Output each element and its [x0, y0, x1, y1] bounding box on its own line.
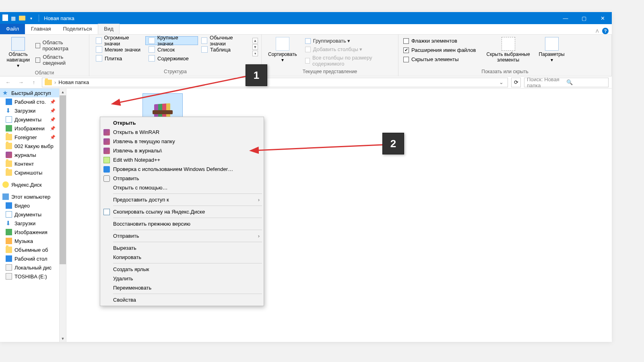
group-currentview-label: Текущее представление	[262, 68, 398, 76]
address-bar-row: ← → ↑ › Новая папка ⌄ ⟳ Поиск: Новая пап…	[0, 76, 612, 88]
context-menu: Открыть Открыть в WinRAR Извлечь в текущ…	[100, 117, 264, 306]
menu-copy[interactable]: Копировать	[101, 253, 263, 262]
nav-desktop[interactable]: Рабочий сто.📌	[0, 97, 66, 106]
refresh-button[interactable]: ⟳	[511, 78, 521, 87]
nav-toshiba[interactable]: TOSHIBA (E:)	[0, 272, 66, 281]
menu-send[interactable]: Отправить	[101, 174, 263, 183]
search-input[interactable]: Поиск: Новая папка 🔍	[524, 78, 609, 87]
collapse-ribbon-button[interactable]: ᐱ	[596, 29, 599, 34]
menu-create-shortcut[interactable]: Создать ярлык	[101, 265, 263, 274]
nav-this-pc[interactable]: Этот компьютер	[0, 192, 66, 201]
nav-journals[interactable]: журналы	[0, 150, 66, 159]
options-button[interactable]: Параметры ▾	[536, 36, 568, 64]
tab-view[interactable]: Вид	[98, 24, 120, 34]
nav-foreigner[interactable]: Foreigner📌	[0, 133, 66, 142]
layout-tiles[interactable]: Плитка	[93, 54, 145, 63]
fit-columns-button[interactable]: Все столбцы по размеру содержимого	[303, 54, 395, 68]
add-columns-button[interactable]: Добавить столбцы ▾	[303, 45, 395, 53]
share-icon	[103, 175, 110, 182]
menu-cut[interactable]: Вырезать	[101, 243, 263, 253]
toggle-hidden[interactable]: Скрытые элементы	[402, 56, 478, 63]
nav-downloads[interactable]: ⬇Загрузки📌	[0, 106, 66, 115]
qat-prop-icon[interactable]: ▦	[10, 14, 17, 22]
qat-folder-icon[interactable]	[19, 14, 26, 22]
layout-huge[interactable]: Огромные значки	[93, 36, 145, 45]
group-layout-label: Структура	[89, 68, 261, 76]
layout-list[interactable]: Список	[145, 45, 198, 54]
folder-icon	[45, 80, 52, 85]
tab-home[interactable]: Главная	[25, 24, 57, 34]
chevron-icon[interactable]: ›	[54, 79, 56, 85]
menu-open-with[interactable]: Открыть с помощью…	[101, 183, 263, 192]
menu-rename[interactable]: Переименовать	[101, 283, 263, 292]
notepad-icon	[103, 157, 110, 163]
up-button[interactable]: ↑	[29, 78, 39, 87]
menu-properties[interactable]: Свойства	[101, 295, 263, 304]
menu-extract-to[interactable]: Извлечь в журналы\	[101, 146, 263, 155]
toggle-details-pane[interactable]: Область сведений	[33, 53, 86, 67]
menu-notepadpp[interactable]: Edit with Notepad++	[101, 155, 263, 165]
nav-localdisk[interactable]: Локальный дис	[0, 263, 66, 272]
layout-up-button[interactable]: ▲	[252, 38, 258, 43]
tab-share[interactable]: Поделиться	[57, 24, 98, 34]
nav-music[interactable]: Музыка	[0, 237, 66, 245]
group-by-button[interactable]: Группировать ▾	[303, 37, 395, 45]
nav-pictures2[interactable]: Изображения	[0, 228, 66, 237]
nav-yandex-disk[interactable]: Яндекс.Диск	[0, 180, 66, 189]
maximize-button[interactable]: ▢	[575, 12, 593, 24]
navigation-tree: ★Быстрый доступ Рабочий сто.📌 ⬇Загрузки📌…	[0, 88, 66, 342]
nav-documents[interactable]: Документы📌	[0, 115, 66, 124]
sort-button[interactable]: Сортировать ▾	[265, 36, 300, 64]
menu-delete[interactable]: Удалить	[101, 274, 263, 283]
toggle-checkboxes[interactable]: Флажки элементов	[402, 37, 478, 45]
nav-scrollbar[interactable]: ▲ ▼	[59, 88, 66, 342]
layout-large[interactable]: Крупные значки	[145, 36, 198, 45]
layout-down-button[interactable]: ▼	[252, 44, 258, 50]
breadcrumb[interactable]: Новая папка	[58, 79, 89, 85]
close-button[interactable]: ✕	[593, 12, 612, 24]
group-panes-label: Области	[0, 69, 89, 77]
tab-file[interactable]: Файл	[0, 24, 25, 34]
window-title: Новая папка	[41, 15, 74, 21]
nav-documents2[interactable]: Документы	[0, 210, 66, 219]
menu-open-winrar[interactable]: Открыть в WinRAR	[101, 128, 263, 137]
forward-button[interactable]: →	[16, 78, 26, 87]
nav-pictures[interactable]: Изображени📌	[0, 124, 66, 133]
nav-002[interactable]: 002 Какую выбр	[0, 142, 66, 150]
titlebar: ▦ ▾ Новая папка — ▢ ✕	[0, 12, 612, 24]
nav-volumes[interactable]: Объемные об	[0, 245, 66, 254]
help-icon[interactable]: ?	[602, 28, 609, 34]
back-button[interactable]: ←	[3, 78, 13, 87]
address-box[interactable]: › Новая папка ⌄	[42, 78, 508, 87]
ribbon-tabs: Файл Главная Поделиться Вид ᐱ ?	[0, 24, 612, 35]
nav-downloads2[interactable]: ⬇Загрузки	[0, 219, 66, 228]
qat-doc-icon[interactable]	[2, 14, 8, 21]
toggle-extensions[interactable]: Расширения имен файлов	[402, 46, 478, 54]
menu-defender[interactable]: Проверка с использованием Windows Defend…	[101, 165, 263, 174]
menu-open[interactable]: Открыть	[101, 118, 263, 128]
menu-send-to[interactable]: Отправить›	[101, 231, 263, 241]
qat-more-icon[interactable]: ▾	[27, 14, 35, 22]
layout-content[interactable]: Содержимое	[145, 54, 198, 63]
ribbon: Область навигации ▾ Область просмотра Об…	[0, 35, 612, 76]
minimize-button[interactable]: —	[556, 12, 575, 24]
nav-screens[interactable]: Скриншоты	[0, 168, 66, 177]
menu-grant-access[interactable]: Предоставить доступ к›	[101, 195, 263, 204]
layout-table[interactable]: Таблица	[198, 45, 251, 54]
search-placeholder: Поиск: Новая папка	[527, 76, 566, 88]
menu-extract-here[interactable]: Извлечь в текущую папку	[101, 137, 263, 146]
layout-normal[interactable]: Обычные значки	[198, 36, 251, 45]
menu-yadisk-link[interactable]: Скопировать ссылку на Яндекс.Диске	[101, 207, 263, 216]
toggle-preview-pane[interactable]: Область просмотра	[33, 39, 86, 52]
menu-restore-version[interactable]: Восстановить прежнюю версию	[101, 219, 263, 228]
nav-quick-access[interactable]: ★Быстрый доступ	[0, 88, 66, 97]
hide-selected-button[interactable]: Скрыть выбранные элементы	[483, 36, 533, 64]
nav-video[interactable]: Видео	[0, 201, 66, 210]
winrar-icon	[103, 148, 110, 154]
nav-desktop2[interactable]: Рабочий стол	[0, 254, 66, 263]
navigation-pane-button[interactable]: Область навигации ▾	[3, 36, 33, 69]
address-dropdown[interactable]: ⌄	[497, 79, 505, 85]
nav-content[interactable]: Контент	[0, 159, 66, 168]
layout-more-button[interactable]: ▾	[252, 51, 258, 56]
layout-small[interactable]: Мелкие значки	[93, 45, 145, 54]
